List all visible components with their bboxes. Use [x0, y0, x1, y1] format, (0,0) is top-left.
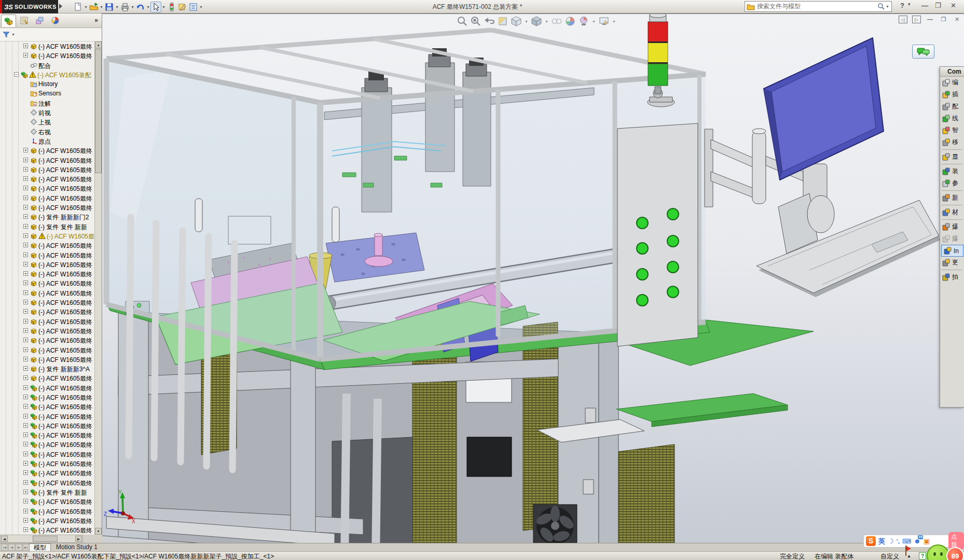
tree-row[interactable]: 原点 [0, 136, 95, 146]
command-reference-geometry[interactable]: 参 [940, 177, 964, 189]
expand-toggle[interactable]: + [23, 167, 28, 172]
hide-show-items-icon[interactable] [551, 16, 562, 27]
tree-row[interactable]: +(-) ACF W1605最终 [0, 497, 95, 506]
expand-toggle[interactable]: + [23, 195, 28, 200]
command-update[interactable]: 更 [940, 257, 964, 269]
command-assembly-features[interactable]: 装 [940, 165, 964, 177]
tree-row[interactable]: +(-) ACF W1605最终 [0, 468, 95, 478]
command-mate[interactable]: 配 [940, 101, 964, 113]
indicator-panel[interactable] [617, 123, 698, 346]
flag-icon[interactable] [906, 546, 911, 551]
new-dropdown[interactable]: ▾ [84, 2, 88, 12]
tree-row[interactable]: +(-) 复件 新新新3^A [0, 364, 95, 373]
expand-toggle[interactable]: + [23, 499, 28, 503]
open-dropdown[interactable]: ▾ [99, 2, 104, 12]
menu-expand-arrow[interactable] [59, 4, 62, 9]
tree-row[interactable]: +(-) ACF W1605最终 [0, 355, 95, 364]
expand-toggle[interactable]: + [23, 44, 28, 48]
tab-first-button[interactable]: |◀ [1, 544, 8, 551]
keyboard-icon[interactable]: ⌨ [902, 538, 911, 545]
expand-toggle[interactable]: + [23, 186, 28, 190]
search-box[interactable]: 搜索文件与模型 ▾ [745, 1, 892, 12]
expand-toggle[interactable]: + [23, 271, 28, 276]
tab-next-button[interactable]: ▶ [16, 544, 22, 551]
expand-pane-icon[interactable]: ▷ [912, 16, 921, 23]
list-dropdown[interactable]: ▾ [199, 2, 203, 12]
command-smart-fasteners[interactable]: 智 [940, 124, 964, 136]
expand-toggle[interactable]: + [23, 404, 28, 409]
view-settings-dropdown[interactable]: ▾ [612, 16, 616, 27]
zoom-area-icon[interactable] [470, 16, 481, 27]
skin-icon[interactable]: ▣ [924, 537, 930, 545]
expand-toggle[interactable]: + [23, 527, 28, 532]
tree-row[interactable]: +(-) ACF W1605最终 [0, 525, 95, 535]
view-orientation-icon[interactable] [511, 16, 522, 27]
expand-toggle[interactable]: + [23, 309, 28, 314]
list-button[interactable] [188, 2, 199, 12]
tree-row[interactable]: 配合 [0, 61, 95, 70]
scroll-up-arrow[interactable]: ▲ [95, 41, 102, 48]
status-help-icon[interactable]: ? [919, 552, 926, 559]
undo-dropdown[interactable]: ▾ [146, 2, 150, 12]
tree-row[interactable]: +(-) ACF W1605最终 [0, 260, 95, 269]
select-dropdown[interactable]: ▾ [161, 2, 166, 12]
expand-toggle[interactable]: + [23, 375, 28, 380]
expand-toggle[interactable]: + [23, 518, 28, 523]
scroll-left-arrow[interactable]: ◀ [1, 536, 8, 542]
expand-toggle[interactable]: + [23, 224, 28, 229]
tree-row[interactable]: +(-) ACF W1605最终 [0, 156, 95, 165]
tree-row[interactable]: +(-) ACF W1605最终 [0, 383, 95, 393]
tree-row[interactable]: +(-) ACF W1605最终 [0, 146, 95, 155]
ime-language-toggle[interactable]: 英 [878, 537, 885, 546]
doc-close-icon[interactable]: ✕ [953, 16, 961, 23]
tree-row[interactable]: +(-) ACF W1605最终 [0, 459, 95, 468]
tree-row[interactable]: +(-) 复件 新新新门2 [0, 212, 95, 221]
expand-toggle[interactable]: + [23, 509, 28, 513]
expand-toggle[interactable]: + [23, 470, 28, 475]
close-button[interactable]: ✕ [951, 2, 956, 9]
expand-toggle[interactable]: + [23, 461, 28, 466]
tree-row[interactable]: +(-) ACF W1605最终 [0, 250, 95, 260]
tab-display-manager[interactable] [48, 15, 63, 27]
tab-prev-button[interactable]: ◀ [8, 544, 15, 551]
print-dropdown[interactable]: ▾ [130, 2, 135, 12]
expand-toggle[interactable]: + [23, 338, 28, 342]
tree-row[interactable]: +(-) ACF W1605最终 [0, 393, 95, 402]
expand-toggle[interactable]: + [23, 414, 28, 418]
expand-toggle[interactable]: + [23, 214, 28, 219]
status-units[interactable]: 自定义 [880, 552, 899, 560]
tab-feature-manager[interactable] [1, 15, 16, 27]
expand-toggle[interactable]: + [23, 395, 28, 399]
command-edit-component[interactable]: 编 [940, 77, 964, 89]
command-insert-component[interactable]: 插 [940, 89, 964, 101]
doc-minimize-icon[interactable]: — [926, 16, 934, 23]
tree-row[interactable]: +(-) ACF W1605最终 [0, 278, 95, 288]
sogou-logo-icon[interactable]: S [866, 536, 876, 546]
minimize-button[interactable]: — [921, 2, 928, 9]
note-button[interactable] [177, 2, 188, 12]
expand-toggle[interactable]: + [23, 262, 28, 267]
tree-row[interactable]: −(-) ACF W1605装配 [0, 70, 95, 79]
tree-row[interactable]: +(-) ACF W1605最终 [0, 193, 95, 203]
expand-toggle[interactable]: + [23, 290, 28, 295]
view-settings-icon[interactable] [598, 16, 610, 27]
search-input[interactable]: 搜索文件与模型 [757, 2, 877, 11]
hscroll-thumb[interactable] [33, 536, 58, 542]
tree-row[interactable]: +(-) ACF W1605最终 [0, 184, 95, 193]
expand-toggle[interactable]: + [23, 158, 28, 162]
monitor-assembly[interactable] [705, 38, 940, 297]
tree-row[interactable]: +(-) ACF W1605最终 [0, 345, 95, 355]
tree-row[interactable]: +(-) ACF W1605最终 [0, 317, 95, 326]
monitor[interactable] [764, 38, 884, 180]
restore-button[interactable]: ❐ [935, 2, 941, 9]
tree-row[interactable]: +(-) ACF W1605最终 [0, 412, 95, 421]
previous-view-icon[interactable] [484, 16, 495, 27]
expand-toggle[interactable]: + [23, 243, 28, 247]
command-show-hidden[interactable]: 显 [940, 151, 964, 163]
tree-row[interactable]: +(-) ACF W1605最终 [0, 430, 95, 440]
tree-row[interactable]: +(-) ACF W1605最终 [0, 402, 95, 411]
moon-icon[interactable]: ☽ [888, 537, 894, 545]
section-view-icon[interactable] [497, 16, 508, 27]
expand-toggle[interactable]: + [23, 233, 28, 238]
expand-toggle[interactable]: + [23, 319, 28, 324]
